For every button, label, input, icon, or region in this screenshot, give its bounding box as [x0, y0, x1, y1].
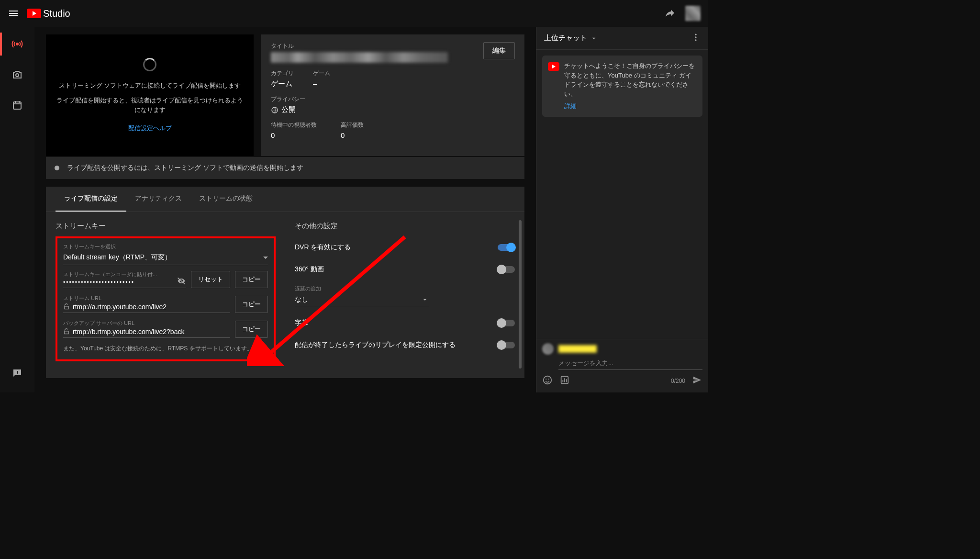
avatar[interactable] [685, 6, 701, 21]
copy-url-button[interactable]: コピー [235, 296, 268, 313]
replay-toggle[interactable] [498, 342, 515, 348]
share-icon[interactable] [664, 7, 676, 20]
emoji-icon[interactable] [542, 375, 553, 387]
chat-header-title: 上位チャット [544, 34, 587, 43]
youtube-icon [548, 62, 559, 71]
chevron-down-icon [421, 296, 429, 303]
delay-value: なし [295, 295, 308, 304]
stream-key-select-label: ストリームキーを選択 [63, 243, 268, 250]
stream-key-value: •••••••••••••••••••••••• [63, 279, 186, 286]
svg-point-1 [16, 74, 19, 77]
meta-panel: タイトル 編集 カテゴリ ゲーム ゲーム – プライバシー [261, 34, 524, 156]
game-label: ゲーム [313, 69, 330, 78]
chat-avatar [542, 343, 554, 355]
backup-url-value: rtmp://b.rtmp.youtube.com/live2?back [73, 328, 184, 335]
chevron-down-icon [590, 34, 598, 42]
delay-label: 遅延の追加 [295, 285, 515, 292]
visibility-off-icon[interactable] [177, 276, 186, 286]
tab-stream-health[interactable]: ストリームの状態 [190, 187, 261, 212]
preview-text-1: ストリーミング ソフトウェアに接続してライブ配信を開始します [59, 81, 241, 90]
dvr-label: DVR を有効にする [295, 243, 351, 252]
stream-url-value: rtmp://a.rtmp.youtube.com/live2 [73, 303, 167, 311]
chat-char-count: 0/200 [671, 378, 685, 384]
sidebar-item-stream[interactable] [8, 34, 27, 54]
svg-point-12 [548, 379, 549, 380]
svg-point-10 [544, 376, 552, 384]
chat-panel: 上位チャット チャットへようこそ！ご自身のプライバシーを守るとともに、YouTu… [536, 27, 708, 392]
rtmps-note: また、YouTube は安全な接続のために、RTMPS をサポートしています。 [63, 345, 253, 352]
svg-point-0 [16, 43, 19, 45]
stream-key-title: ストリームキー [56, 222, 276, 231]
chat-detail-link[interactable]: 詳細 [564, 101, 577, 111]
chat-input[interactable] [558, 357, 702, 370]
poll-icon[interactable] [559, 375, 570, 387]
settings-panel: ライブ配信の設定 アナリティクス ストリームの状態 ストリームキー ストリームキ… [46, 187, 524, 378]
dvr-toggle[interactable] [498, 244, 515, 251]
video360-label: 360° 動画 [295, 265, 324, 274]
tab-analytics[interactable]: アナリティクス [126, 187, 190, 212]
spinner-icon [143, 58, 156, 71]
chat-username [558, 345, 597, 353]
svg-point-11 [546, 379, 546, 380]
logo[interactable]: Studio [27, 8, 70, 19]
svg-point-8 [695, 36, 696, 38]
likes-label: 高評価数 [341, 121, 364, 129]
svg-rect-3 [17, 371, 18, 373]
backup-url-label: バックアップ サーバーの URL [63, 320, 230, 327]
svg-rect-4 [17, 373, 18, 374]
subtitle-label: 字幕 [295, 319, 308, 327]
unlock-icon [63, 303, 70, 310]
chat-header-dropdown[interactable]: 上位チャット [544, 34, 598, 43]
youtube-icon [27, 9, 41, 18]
preview-panel: ストリーミング ソフトウェアに接続してライブ配信を開始します ライブ配信を開始す… [46, 34, 254, 156]
stream-key-select[interactable]: Default stream key（RTMP、可変） [63, 251, 268, 265]
category-label: カテゴリ [271, 69, 294, 78]
subtitle-toggle[interactable] [498, 320, 515, 326]
title-value [271, 52, 448, 63]
other-settings-title: その他の設定 [295, 222, 515, 231]
waiting-label: 待機中の視聴者数 [271, 121, 317, 129]
likes-value: 0 [341, 131, 364, 139]
svg-point-7 [695, 34, 696, 35]
send-icon[interactable] [692, 375, 702, 387]
stream-help-link[interactable]: 配信設定ヘルプ [128, 124, 172, 133]
delay-select[interactable]: なし [295, 293, 429, 307]
svg-rect-15 [564, 378, 565, 382]
rtmps-detail-link[interactable]: 詳細 [254, 345, 266, 352]
privacy-label: プライバシー [271, 95, 515, 103]
waiting-value: 0 [271, 131, 317, 139]
globe-icon [271, 106, 278, 114]
video360-toggle[interactable] [498, 266, 515, 273]
stream-url-label: ストリーム URL [63, 295, 230, 302]
privacy-value: 公開 [281, 105, 296, 114]
svg-rect-14 [562, 380, 563, 382]
chat-welcome-card: チャットへようこそ！ご自身のプライバシーを守るとともに、YouTube のコミュ… [542, 56, 702, 117]
tab-stream-settings[interactable]: ライブ配信の設定 [56, 187, 126, 212]
scrollbar[interactable] [519, 220, 522, 369]
title-label: タイトル [271, 42, 448, 50]
sidebar-item-manage[interactable] [8, 96, 27, 115]
svg-rect-2 [13, 102, 21, 109]
category-value: ゲーム [271, 79, 294, 89]
edit-button[interactable]: 編集 [483, 42, 515, 59]
replay-label: 配信が終了したらライブのリプレイを限定公開にする [295, 341, 456, 349]
status-text: ライブ配信を公開するには、ストリーミング ソフトで動画の送信を開始します [67, 164, 303, 172]
highlight-box: ストリームキーを選択 Default stream key（RTMP、可変） ス… [56, 236, 276, 361]
game-value: – [313, 79, 330, 88]
status-bar: ライブ配信を公開するには、ストリーミング ソフトで動画の送信を開始します [46, 157, 524, 179]
menu-icon[interactable] [8, 8, 19, 19]
unlock-icon [63, 328, 70, 335]
stream-key-select-value: Default stream key（RTMP、可変） [63, 253, 171, 262]
caret-down-icon [263, 257, 268, 259]
status-dot-icon [55, 166, 59, 170]
reset-button[interactable]: リセット [191, 271, 230, 288]
svg-rect-16 [566, 379, 567, 382]
logo-text: Studio [43, 8, 70, 19]
svg-point-9 [695, 39, 696, 41]
sidebar-item-feedback[interactable] [8, 364, 27, 383]
chat-welcome-text: チャットへようこそ！ご自身のプライバシーを守るとともに、YouTube のコミュ… [564, 62, 695, 98]
copy-key-button[interactable]: コピー [235, 271, 268, 288]
sidebar-item-webcam[interactable] [8, 65, 27, 84]
chat-menu-icon[interactable] [691, 33, 701, 44]
copy-backup-button[interactable]: コピー [235, 321, 268, 338]
